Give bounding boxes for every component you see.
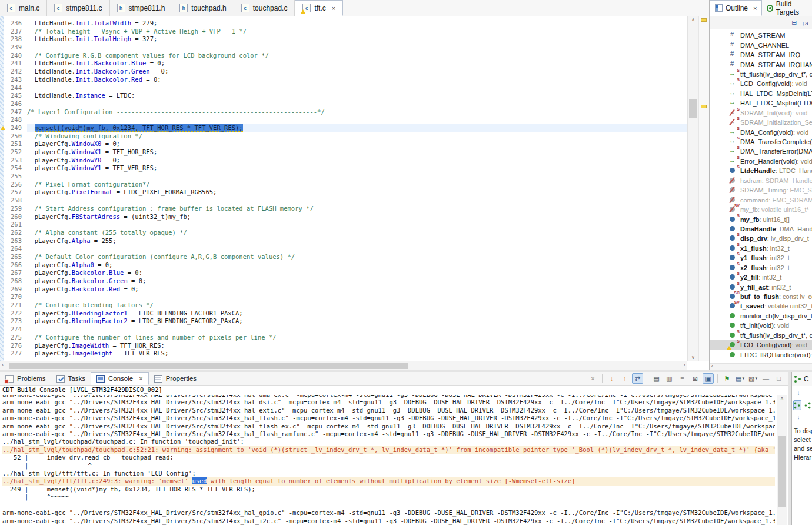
editor-horizontal-scrollbar[interactable]: ‹ › — [0, 361, 687, 370]
code-line[interactable]: 238 LtdcHandle.Init.TotalHeigh = 327; — [0, 35, 687, 44]
code-line[interactable]: 258 — [0, 197, 687, 205]
code-line[interactable]: 250 /* Windowing configuration */ — [0, 132, 687, 141]
code-text[interactable]: /* Alpha constant (255 totally opaque) *… — [27, 229, 687, 237]
dropdown-caret-icon[interactable]: ▾ — [742, 376, 744, 381]
outline-item-y_fill_act[interactable]: Sy_fill_act : int32_t — [710, 282, 812, 291]
code-line[interactable]: 252 pLayerCfg.WindowX1 = TFT_HOR_RES; — [0, 148, 687, 157]
close-tab-icon[interactable]: × — [332, 5, 335, 12]
code-text[interactable] — [27, 293, 687, 301]
code-text[interactable]: memset((void*)my_fb, 0x1234, TFT_HOR_RES… — [27, 124, 687, 132]
code-text[interactable]: LtdcHandle.Init.Backcolor.Blue = 0; — [27, 59, 687, 68]
code-line[interactable]: 265 /* Default Color configuration (conf… — [0, 253, 687, 261]
code-line[interactable]: 273 pLayerCfg.BlendingFactor2 = LTDC_BLE… — [0, 317, 687, 325]
code-line[interactable]: 264 — [0, 245, 687, 253]
code-line[interactable]: 247/* Layer1 Configuration -------------… — [0, 108, 687, 117]
outline-item-LTDC_IRQHandler[interactable]: LTDC_IRQHandler(void) : void — [710, 350, 812, 359]
outline-item-DMA_STREAM_IRQ[interactable]: DMA_STREAM_IRQ — [710, 50, 812, 59]
display-selected-console-icon[interactable]: ▤▾ — [734, 373, 746, 384]
code-text[interactable]: pLayerCfg.WindowX1 = TFT_HOR_RES; — [27, 148, 687, 157]
close-tab-icon[interactable]: × — [139, 375, 142, 382]
view-tab-console[interactable]: Console× — [91, 372, 149, 385]
code-text[interactable]: pLayerCfg.WindowY1 = TFT_VER_RES; — [27, 164, 687, 172]
code-text[interactable] — [27, 100, 687, 108]
outline-item-HAL_LTDC_MspDeInit[interactable]: HAL_LTDC_MspDeInit(LTDC_HandleTypeDef*) … — [710, 89, 812, 98]
outline-item-x2_flush[interactable]: Sx2_flush : int32_t — [710, 263, 812, 273]
code-text[interactable] — [27, 197, 687, 205]
open-console-icon[interactable]: ▧▾ — [747, 373, 758, 384]
outline-item-tft_init[interactable]: tft_init(void) : void — [710, 321, 812, 330]
editor-tab-main.c[interactable]: cmain.c — [0, 0, 47, 16]
code-line[interactable]: 272 pLayerCfg.BlendingFactor1 = LTDC_BLE… — [0, 310, 687, 318]
scroll-right-icon[interactable]: › — [684, 362, 685, 368]
outline-item-LCD_Config[interactable]: SLCD_Config(void) : void — [710, 79, 812, 88]
scroll-left-icon[interactable]: ‹ — [2, 362, 4, 368]
outline-item-DMA_CHANNEL[interactable]: DMA_CHANNEL — [710, 40, 812, 49]
outline-item-DMA_STREAM_IRQHANDLER[interactable]: DMA_STREAM_IRQHANDLER — [710, 59, 812, 69]
code-line[interactable]: 267 pLayerCfg.Backcolor.Blue = 0; — [0, 269, 687, 277]
code-line[interactable]: 263 pLayerCfg.Alpha = 255; — [0, 237, 687, 245]
code-line[interactable]: 257 pLayerCfg.PixelFormat = LTDC_PIXEL_F… — [0, 188, 687, 197]
show-stdout-icon[interactable]: ▤ — [651, 373, 662, 384]
code-text[interactable]: /* Configure R,G,B component values for … — [27, 52, 687, 60]
outline-item-my_fb[interactable]: Smy_fb : uint16_t[] — [710, 214, 812, 224]
code-line[interactable]: 249 memset((void*)my_fb, 0x1234, TFT_HOR… — [0, 124, 687, 132]
code-text[interactable]: pLayerCfg.Alpha = 255; — [27, 237, 687, 245]
code-line[interactable]: 239 — [0, 44, 687, 52]
editor-tab-touchpad.h[interactable]: htouchpad.h — [172, 0, 234, 16]
scroll-down-icon[interactable]: ∨ — [688, 355, 698, 360]
view-tab-tasks[interactable]: Tasks — [51, 372, 91, 385]
outline-item-LCD_Config[interactable]: SLCD_Config(void) : void — [710, 340, 812, 350]
code-line[interactable]: 269 pLayerCfg.Backcolor.Red = 0; — [0, 285, 687, 294]
code-text[interactable]: /* Configure the number of lines and num… — [27, 334, 687, 342]
scroll-up-icon[interactable]: ∧ — [688, 17, 698, 22]
scroll-lock-icon[interactable]: ≡ — [677, 373, 688, 384]
build-warning-line[interactable]: ../hal_stm_lvgl/tft/tft.c:249:3: warning… — [2, 477, 775, 485]
show-previous-match-icon[interactable]: ↑ — [619, 373, 630, 384]
code-line[interactable]: 254 pLayerCfg.WindowY1 = TFT_VER_RES; — [0, 164, 687, 172]
code-text[interactable]: /* Configure blending factors */ — [27, 301, 687, 310]
warning-marker[interactable] — [701, 105, 707, 108]
outline-item-y1_flush[interactable]: Sy1_flush : int32_t — [710, 253, 812, 262]
pin-console-icon[interactable]: ▣ — [703, 373, 714, 384]
code-text[interactable]: LtdcHandle.Instance = LTDC; — [27, 92, 687, 100]
expand-icon[interactable]: ⁝ — [793, 413, 804, 423]
editor-tab-touchpad.c[interactable]: ctouchpad.c — [234, 0, 295, 16]
code-text[interactable]: /* Layer1 Configuration ----------------… — [27, 108, 687, 117]
view-tab-properties[interactable]: Properties — [149, 372, 202, 385]
outline-item-hsdram[interactable]: hsdram : SDRAM_HandleTypeDef — [710, 176, 812, 185]
code-line[interactable]: 276 pLayerCfg.ImageWidth = TFT_HOR_RES; — [0, 342, 687, 350]
clear-console-icon[interactable]: ⊠ — [690, 373, 701, 384]
code-line[interactable]: 271 /* Configure blending factors */ — [0, 301, 687, 310]
code-line[interactable]: 248 — [0, 116, 687, 124]
code-line[interactable]: 260 pLayerCfg.FBStartAdress = (uint32_t)… — [0, 213, 687, 221]
outline-item-tft_flush[interactable]: Stft_flush(lv_disp_drv_t*, const lv_area… — [710, 331, 812, 340]
code-text[interactable]: pLayerCfg.ImageHeight = TFT_VER_RES; — [27, 350, 687, 358]
outline-item-tft_flush[interactable]: Stft_flush(lv_disp_drv_t*, const lv_area… — [710, 69, 812, 79]
minimize-icon[interactable]: — — [760, 373, 771, 384]
code-text[interactable] — [27, 116, 687, 124]
view-tab-outline[interactable]: Outline× — [710, 0, 762, 16]
code-line[interactable]: 274 — [0, 325, 687, 334]
console-vertical-scrollbar[interactable]: ∧ — [777, 395, 787, 525]
outline-item-y2_fill[interactable]: Sy2_fill : int32_t — [710, 273, 812, 282]
code-line[interactable]: 277 pLayerCfg.ImageHeight = TFT_VER_RES; — [0, 350, 687, 358]
view-tab-build-targets[interactable]: Build Targets — [762, 0, 812, 16]
outline-item-my_fb[interactable]: SVmy_fb : volatile uint16_t* — [710, 205, 812, 214]
editor-vertical-scrollbar[interactable]: ∧ ∨ — [687, 16, 698, 361]
code-text[interactable]: LtdcHandle.Init.Backcolor.Red = 0; — [27, 76, 687, 84]
code-line[interactable]: 270 — [0, 293, 687, 301]
code-line[interactable]: 268 pLayerCfg.Backcolor.Green = 0; — [0, 277, 687, 285]
code-line[interactable]: 256 /* Pixel Format configuration*/ — [0, 181, 687, 189]
dropdown-caret-icon[interactable]: ▾ — [755, 376, 757, 381]
code-text[interactable]: pLayerCfg.Alpha0 = 0; — [27, 261, 687, 270]
code-line[interactable]: 266 pLayerCfg.Alpha0 = 0; — [0, 261, 687, 270]
code-area[interactable]: 236 LtdcHandle.Init.TotalWidth = 279;237… — [0, 16, 687, 361]
show-stderr-icon[interactable]: ▥ — [664, 373, 675, 384]
code-line[interactable]: 259 /* Start Address configuration : fra… — [0, 205, 687, 213]
refresh-icon[interactable]: ↓ — [793, 388, 804, 398]
code-text[interactable]: /* Default Color configuration (configur… — [27, 253, 687, 261]
outline-item-disp_drv[interactable]: Sdisp_drv : lv_disp_drv_t — [710, 234, 812, 243]
collapse-all-icon[interactable]: ⊟ — [791, 19, 797, 26]
terminate-icon[interactable]: × — [587, 373, 598, 384]
outline-item-buf_to_flush[interactable]: SCbuf_to_flush : const lv_color_t* — [710, 292, 812, 301]
